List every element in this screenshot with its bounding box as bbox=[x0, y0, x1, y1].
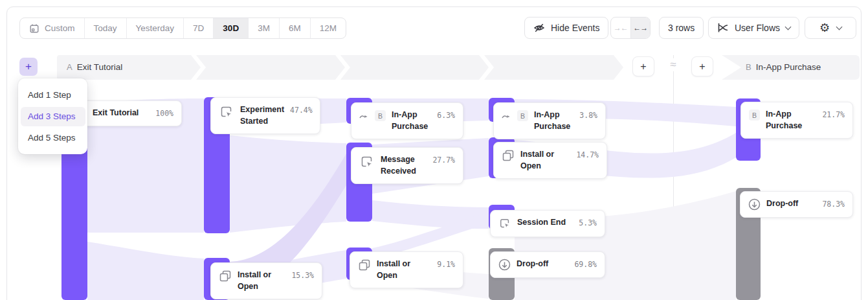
node-value: 5.3% bbox=[579, 217, 597, 227]
eye-off-icon bbox=[533, 22, 545, 34]
step-b-header[interactable]: BIn-App Purchase bbox=[746, 55, 821, 80]
node-value: 6.3% bbox=[437, 110, 455, 120]
plus-icon: + bbox=[640, 61, 646, 73]
date-range-6m[interactable]: 6M bbox=[279, 18, 310, 38]
date-range-30d-active[interactable]: 30D bbox=[213, 18, 248, 38]
user-flows-panel: Custom Today Yesterday 7D 30D 3M 6M 12M … bbox=[0, 0, 868, 300]
node-value: 9.1% bbox=[437, 259, 455, 269]
date-range-label: Custom bbox=[45, 23, 75, 33]
node-label: Session End bbox=[517, 217, 566, 229]
date-range-today[interactable]: Today bbox=[84, 18, 126, 38]
step-a-label: Exit Tutorial bbox=[77, 62, 123, 72]
collapse-icon: →← bbox=[614, 23, 628, 32]
node-label: Message Received bbox=[381, 154, 422, 177]
node-in-app-purchase-6[interactable]: B In-App Purchase 6.3% bbox=[351, 102, 463, 139]
node-value: 78.3% bbox=[822, 198, 845, 209]
flow-arrow-icon bbox=[502, 112, 511, 120]
event-b-badge: B bbox=[375, 110, 386, 121]
date-range-12m[interactable]: 12M bbox=[310, 18, 346, 38]
step-a-header[interactable]: AExit Tutorial bbox=[67, 55, 122, 80]
step-a-prefix: A bbox=[67, 62, 72, 72]
node-label: Drop-off bbox=[766, 198, 798, 210]
node-value: 100% bbox=[155, 108, 173, 118]
date-range-custom[interactable]: Custom bbox=[20, 18, 84, 38]
menu-item-add-3-steps[interactable]: Add 3 Steps bbox=[21, 107, 85, 126]
copy-event-icon bbox=[219, 270, 232, 283]
copy-event-icon bbox=[358, 259, 371, 271]
calendar-icon bbox=[29, 23, 39, 34]
node-install-or-open-15[interactable]: Install or Open 15.3% bbox=[210, 262, 322, 299]
node-install-or-open-9[interactable]: Install or Open 9.1% bbox=[350, 251, 463, 288]
plus-icon: + bbox=[25, 60, 32, 73]
autocapture-event-icon bbox=[219, 104, 234, 120]
collapse-columns-button[interactable]: →← bbox=[611, 17, 630, 38]
node-label: Experiment Started bbox=[240, 104, 284, 127]
node-label: Drop-off bbox=[517, 259, 548, 270]
node-value: 27.7% bbox=[432, 154, 455, 165]
step-b-prefix: B bbox=[746, 62, 751, 72]
node-value: 21.7% bbox=[822, 109, 845, 119]
menu-item-add-1-step[interactable]: Add 1 Step bbox=[18, 86, 87, 105]
node-value: 69.8% bbox=[574, 259, 597, 269]
hide-events-label: Hide Events bbox=[551, 23, 599, 33]
chart-type-label: User Flows bbox=[735, 23, 780, 33]
node-label: In-App Purchase bbox=[766, 109, 816, 132]
collapse-expand-toggle: →← ←→ bbox=[610, 17, 651, 39]
flow-arrow-icon bbox=[359, 112, 369, 120]
node-message-received[interactable]: Message Received 27.7% bbox=[351, 147, 463, 184]
rows-button[interactable]: 3 rows bbox=[659, 17, 704, 39]
node-label: Install or Open bbox=[238, 270, 285, 292]
expand-icon: ←→ bbox=[633, 23, 647, 32]
gear-icon: ⚙ bbox=[819, 22, 830, 34]
node-install-or-open-14[interactable]: Install or Open 14.7% bbox=[493, 142, 607, 179]
user-flows-icon bbox=[717, 22, 729, 34]
node-experiment-started[interactable]: Experiment Started 47.4% bbox=[210, 97, 320, 134]
date-range-group: Custom Today Yesterday 7D 30D 3M 6M 12M bbox=[19, 17, 346, 39]
menu-item-add-5-steps[interactable]: Add 5 Steps bbox=[18, 128, 87, 148]
expand-columns-button[interactable]: ←→ bbox=[630, 17, 651, 38]
node-label: Exit Tutorial bbox=[93, 108, 139, 119]
autocapture-event-icon bbox=[498, 217, 511, 230]
add-column-right-button[interactable]: + bbox=[691, 56, 713, 76]
node-label: In-App Purchase bbox=[534, 110, 573, 132]
copy-event-icon bbox=[502, 149, 515, 162]
drop-off-icon bbox=[748, 198, 761, 211]
node-label: Install or Open bbox=[520, 149, 570, 172]
node-label: In-App Purchase bbox=[392, 110, 430, 132]
rows-label: 3 rows bbox=[668, 23, 695, 33]
drop-off-icon bbox=[498, 259, 511, 271]
date-range-yesterday[interactable]: Yesterday bbox=[126, 18, 184, 38]
settings-dropdown[interactable]: ⚙ bbox=[805, 17, 856, 39]
hide-events-button[interactable]: Hide Events bbox=[524, 17, 608, 39]
node-in-app-purchase-21[interactable]: B In-App Purchase 21.7% bbox=[740, 102, 853, 139]
node-session-end[interactable]: Session End 5.3% bbox=[490, 210, 605, 237]
date-range-3m[interactable]: 3M bbox=[248, 18, 279, 38]
chevron-down-icon bbox=[836, 23, 843, 30]
node-value: 3.8% bbox=[579, 110, 597, 120]
add-step-button[interactable]: + bbox=[19, 58, 38, 76]
chevron-down-icon bbox=[785, 23, 792, 30]
approx-gap-symbol: ≈ bbox=[664, 58, 682, 71]
plus-icon: + bbox=[699, 61, 705, 73]
node-drop-off-78[interactable]: Drop-off 78.3% bbox=[740, 191, 853, 218]
node-drop-off-69[interactable]: Drop-off 69.8% bbox=[490, 251, 605, 278]
step-b-label: In-App Purchase bbox=[756, 62, 821, 72]
autocapture-event-icon bbox=[359, 154, 375, 170]
chart-type-dropdown[interactable]: User Flows bbox=[708, 17, 799, 39]
step-header-band bbox=[0, 55, 868, 80]
event-b-badge: B bbox=[749, 110, 760, 121]
node-label: Install or Open bbox=[377, 259, 431, 281]
node-in-app-purchase-3[interactable]: B In-App Purchase 3.8% bbox=[493, 102, 606, 139]
event-b-badge: B bbox=[517, 110, 528, 121]
date-range-7d[interactable]: 7D bbox=[183, 18, 213, 38]
node-value: 15.3% bbox=[291, 270, 314, 280]
node-value: 14.7% bbox=[576, 149, 599, 159]
add-column-left-button[interactable]: + bbox=[632, 56, 654, 76]
add-steps-menu: Add 1 Step Add 3 Steps Add 5 Steps bbox=[18, 78, 87, 154]
node-value: 47.4% bbox=[290, 104, 313, 115]
